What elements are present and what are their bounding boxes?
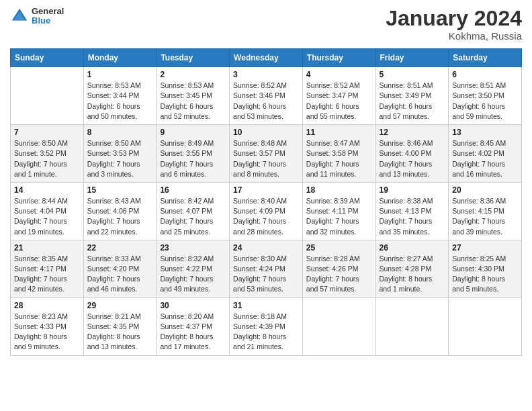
day-info: Sunrise: 8:18 AMSunset: 4:39 PMDaylight:… xyxy=(233,312,299,353)
calendar-cell: 11Sunrise: 8:47 AMSunset: 3:58 PMDayligh… xyxy=(302,125,375,183)
column-header-thursday: Thursday xyxy=(302,49,375,67)
calendar-cell xyxy=(449,298,522,355)
day-info: Sunrise: 8:30 AMSunset: 4:24 PMDaylight:… xyxy=(233,254,299,295)
calendar-cell: 20Sunrise: 8:36 AMSunset: 4:15 PMDayligh… xyxy=(449,182,522,240)
location: Kokhma, Russia xyxy=(386,30,522,42)
calendar-cell: 27Sunrise: 8:25 AMSunset: 4:30 PMDayligh… xyxy=(449,240,522,298)
day-number: 8 xyxy=(87,128,153,137)
day-info: Sunrise: 8:44 AMSunset: 4:04 PMDaylight:… xyxy=(14,196,80,237)
day-number: 10 xyxy=(233,128,299,137)
day-number: 19 xyxy=(380,185,445,195)
calendar-cell: 21Sunrise: 8:35 AMSunset: 4:17 PMDayligh… xyxy=(11,240,84,298)
title-block: January 2024 Kokhma, Russia xyxy=(386,7,522,42)
day-number: 20 xyxy=(452,185,518,195)
day-number: 1 xyxy=(87,70,153,79)
day-number: 14 xyxy=(14,185,80,195)
calendar-table: SundayMondayTuesdayWednesdayThursdayFrid… xyxy=(10,48,522,355)
calendar-cell xyxy=(375,298,449,355)
day-number: 22 xyxy=(87,243,153,253)
day-info: Sunrise: 8:23 AMSunset: 4:33 PMDaylight:… xyxy=(14,312,80,353)
day-info: Sunrise: 8:25 AMSunset: 4:30 PMDaylight:… xyxy=(452,254,518,295)
calendar-cell: 31Sunrise: 8:18 AMSunset: 4:39 PMDayligh… xyxy=(230,298,303,355)
calendar-cell: 26Sunrise: 8:27 AMSunset: 4:28 PMDayligh… xyxy=(375,240,449,298)
calendar-cell: 17Sunrise: 8:40 AMSunset: 4:09 PMDayligh… xyxy=(230,182,303,240)
calendar-cell: 24Sunrise: 8:30 AMSunset: 4:24 PMDayligh… xyxy=(230,240,303,298)
calendar-cell xyxy=(302,298,375,355)
day-info: Sunrise: 8:50 AMSunset: 3:52 PMDaylight:… xyxy=(14,138,80,179)
day-info: Sunrise: 8:40 AMSunset: 4:09 PMDaylight:… xyxy=(233,196,299,237)
day-number: 2 xyxy=(160,70,226,79)
month-title: January 2024 xyxy=(386,7,522,30)
day-number: 23 xyxy=(160,243,226,253)
calendar-header-row: SundayMondayTuesdayWednesdayThursdayFrid… xyxy=(11,49,522,67)
day-number: 12 xyxy=(380,128,445,137)
day-number: 3 xyxy=(233,70,299,79)
page-header: General Blue January 2024 Kokhma, Russia xyxy=(10,7,522,42)
column-header-wednesday: Wednesday xyxy=(230,49,303,67)
day-number: 27 xyxy=(452,243,518,253)
calendar-cell: 9Sunrise: 8:49 AMSunset: 3:55 PMDaylight… xyxy=(157,125,230,183)
day-info: Sunrise: 8:45 AMSunset: 4:02 PMDaylight:… xyxy=(452,138,518,179)
calendar-cell: 23Sunrise: 8:32 AMSunset: 4:22 PMDayligh… xyxy=(157,240,230,298)
calendar-cell: 19Sunrise: 8:38 AMSunset: 4:13 PMDayligh… xyxy=(375,182,449,240)
day-number: 26 xyxy=(380,243,445,253)
day-info: Sunrise: 8:38 AMSunset: 4:13 PMDaylight:… xyxy=(380,196,445,237)
calendar-cell: 18Sunrise: 8:39 AMSunset: 4:11 PMDayligh… xyxy=(302,182,375,240)
day-number: 25 xyxy=(306,243,372,253)
day-number: 17 xyxy=(233,185,299,195)
day-number: 5 xyxy=(380,70,445,79)
calendar-cell: 12Sunrise: 8:46 AMSunset: 4:00 PMDayligh… xyxy=(375,125,449,183)
day-info: Sunrise: 8:49 AMSunset: 3:55 PMDaylight:… xyxy=(160,138,226,179)
day-info: Sunrise: 8:52 AMSunset: 3:46 PMDaylight:… xyxy=(233,81,299,122)
day-info: Sunrise: 8:33 AMSunset: 4:20 PMDaylight:… xyxy=(87,254,153,295)
day-number: 31 xyxy=(233,301,299,310)
calendar-cell: 4Sunrise: 8:52 AMSunset: 3:47 PMDaylight… xyxy=(302,67,375,125)
calendar-week-row: 28Sunrise: 8:23 AMSunset: 4:33 PMDayligh… xyxy=(11,298,522,355)
day-number: 21 xyxy=(14,243,80,253)
day-number: 9 xyxy=(160,128,226,137)
day-info: Sunrise: 8:39 AMSunset: 4:11 PMDaylight:… xyxy=(306,196,372,237)
day-info: Sunrise: 8:36 AMSunset: 4:15 PMDaylight:… xyxy=(452,196,518,237)
day-number: 24 xyxy=(233,243,299,253)
calendar-cell: 2Sunrise: 8:53 AMSunset: 3:45 PMDaylight… xyxy=(157,67,230,125)
day-number: 7 xyxy=(14,128,80,137)
day-number: 18 xyxy=(306,185,372,195)
logo-icon xyxy=(10,7,29,26)
calendar-cell xyxy=(11,67,84,125)
calendar-cell: 6Sunrise: 8:51 AMSunset: 3:50 PMDaylight… xyxy=(449,67,522,125)
day-number: 11 xyxy=(306,128,372,137)
calendar-week-row: 14Sunrise: 8:44 AMSunset: 4:04 PMDayligh… xyxy=(11,182,522,240)
column-header-sunday: Sunday xyxy=(11,49,84,67)
day-number: 28 xyxy=(14,301,80,310)
day-number: 6 xyxy=(452,70,518,79)
day-info: Sunrise: 8:52 AMSunset: 3:47 PMDaylight:… xyxy=(306,81,372,122)
calendar-week-row: 1Sunrise: 8:53 AMSunset: 3:44 PMDaylight… xyxy=(11,67,522,125)
day-info: Sunrise: 8:53 AMSunset: 3:44 PMDaylight:… xyxy=(87,81,153,122)
day-info: Sunrise: 8:51 AMSunset: 3:50 PMDaylight:… xyxy=(452,81,518,122)
day-info: Sunrise: 8:46 AMSunset: 4:00 PMDaylight:… xyxy=(380,138,445,179)
day-info: Sunrise: 8:50 AMSunset: 3:53 PMDaylight:… xyxy=(87,138,153,179)
logo-line2: Blue xyxy=(32,16,64,26)
logo-text: General Blue xyxy=(32,7,64,26)
calendar-cell: 10Sunrise: 8:48 AMSunset: 3:57 PMDayligh… xyxy=(230,125,303,183)
day-number: 16 xyxy=(160,185,226,195)
calendar-cell: 5Sunrise: 8:51 AMSunset: 3:49 PMDaylight… xyxy=(375,67,449,125)
calendar-cell: 3Sunrise: 8:52 AMSunset: 3:46 PMDaylight… xyxy=(230,67,303,125)
calendar-cell: 25Sunrise: 8:28 AMSunset: 4:26 PMDayligh… xyxy=(302,240,375,298)
day-info: Sunrise: 8:48 AMSunset: 3:57 PMDaylight:… xyxy=(233,138,299,179)
day-info: Sunrise: 8:32 AMSunset: 4:22 PMDaylight:… xyxy=(160,254,226,295)
column-header-saturday: Saturday xyxy=(449,49,522,67)
day-info: Sunrise: 8:53 AMSunset: 3:45 PMDaylight:… xyxy=(160,81,226,122)
day-info: Sunrise: 8:43 AMSunset: 4:06 PMDaylight:… xyxy=(87,196,153,237)
calendar-cell: 30Sunrise: 8:20 AMSunset: 4:37 PMDayligh… xyxy=(157,298,230,355)
calendar-week-row: 21Sunrise: 8:35 AMSunset: 4:17 PMDayligh… xyxy=(11,240,522,298)
calendar-cell: 1Sunrise: 8:53 AMSunset: 3:44 PMDaylight… xyxy=(83,67,157,125)
day-number: 15 xyxy=(87,185,153,195)
calendar-cell: 22Sunrise: 8:33 AMSunset: 4:20 PMDayligh… xyxy=(83,240,157,298)
day-info: Sunrise: 8:20 AMSunset: 4:37 PMDaylight:… xyxy=(160,312,226,353)
column-header-tuesday: Tuesday xyxy=(157,49,230,67)
column-header-friday: Friday xyxy=(375,49,449,67)
day-info: Sunrise: 8:47 AMSunset: 3:58 PMDaylight:… xyxy=(306,138,372,179)
day-info: Sunrise: 8:35 AMSunset: 4:17 PMDaylight:… xyxy=(14,254,80,295)
calendar-cell: 15Sunrise: 8:43 AMSunset: 4:06 PMDayligh… xyxy=(83,182,157,240)
